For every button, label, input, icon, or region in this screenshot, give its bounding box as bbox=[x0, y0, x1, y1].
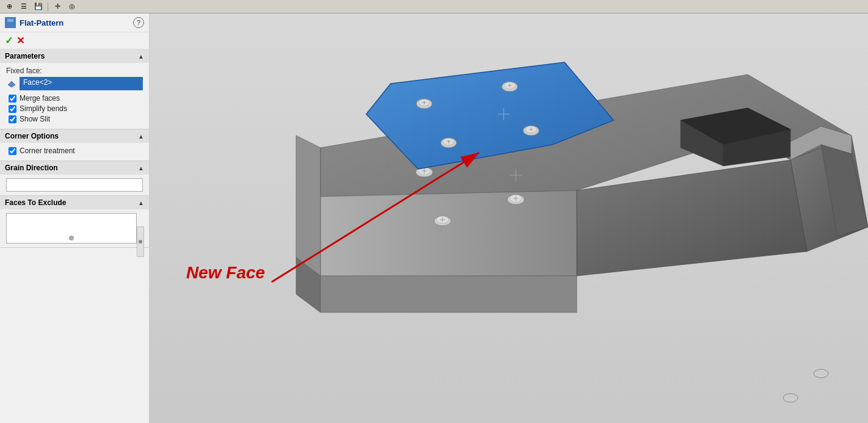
parameters-section-title: Parameters bbox=[5, 52, 45, 60]
grain-direction-content bbox=[0, 175, 149, 195]
corner-options-chevron-icon: ▲ bbox=[138, 133, 144, 140]
svg-point-33 bbox=[783, 394, 798, 402]
scrollbar[interactable] bbox=[137, 226, 144, 257]
fixed-face-input[interactable]: Face<2> bbox=[20, 77, 143, 90]
flat-pattern-icon bbox=[5, 17, 16, 28]
grain-direction-section-header[interactable]: Grain Direction ▲ bbox=[0, 161, 149, 175]
toolbar-btn-2[interactable]: ☰ bbox=[17, 1, 31, 12]
faces-to-exclude-box[interactable] bbox=[6, 213, 137, 244]
grain-direction-title: Grain Direction bbox=[5, 164, 58, 172]
merge-faces-checkbox[interactable] bbox=[9, 95, 16, 103]
faces-to-exclude-section-header[interactable]: Faces To Exclude ▲ bbox=[0, 196, 149, 209]
simplify-bends-checkbox[interactable] bbox=[9, 105, 16, 113]
faces-to-exclude-chevron-icon: ▲ bbox=[138, 200, 144, 206]
faces-to-exclude-content bbox=[0, 209, 149, 247]
fixed-face-label: Fixed face: bbox=[6, 67, 143, 75]
toolbar: ⊕ ☰ 💾 ✛ ◎ bbox=[0, 0, 868, 13]
faces-to-exclude-title: Faces To Exclude bbox=[5, 198, 66, 207]
parameters-content: Fixed face: Face<2> Merge faces Simplify… bbox=[0, 63, 149, 129]
corner-treatment-label: Corner treatment bbox=[20, 146, 75, 155]
svg-marker-6 bbox=[320, 190, 577, 276]
toolbar-btn-4[interactable]: ✛ bbox=[51, 1, 64, 12]
grain-direction-input[interactable] bbox=[6, 178, 143, 192]
show-slit-label: Show Slit bbox=[20, 115, 50, 123]
help-button[interactable]: ? bbox=[133, 17, 144, 28]
cancel-button[interactable]: ✕ bbox=[16, 35, 24, 46]
simplify-bends-row: Simplify bends bbox=[6, 104, 143, 113]
parameters-section: Parameters ▲ Fixed face: Face<2> Merge f… bbox=[0, 49, 149, 129]
show-slit-checkbox[interactable] bbox=[9, 115, 16, 123]
corner-options-section-header[interactable]: Corner Options ▲ bbox=[0, 129, 149, 143]
faces-to-exclude-section: Faces To Exclude ▲ bbox=[0, 196, 149, 248]
fixed-face-row: Face<2> bbox=[6, 77, 143, 90]
svg-marker-2 bbox=[8, 81, 15, 87]
svg-point-32 bbox=[814, 369, 828, 378]
toolbar-btn-5[interactable]: ◎ bbox=[65, 1, 79, 12]
corner-treatment-row: Corner treatment bbox=[6, 146, 143, 155]
svg-rect-1 bbox=[7, 19, 13, 22]
corner-treatment-checkbox[interactable] bbox=[9, 147, 16, 155]
merge-faces-row: Merge faces bbox=[6, 94, 143, 103]
panel-title-row: Flat-Pattern bbox=[5, 17, 63, 28]
action-row: ✓ ✕ bbox=[0, 32, 149, 49]
panel-header: Flat-Pattern ? bbox=[0, 13, 149, 32]
scrollbar-thumb bbox=[139, 240, 142, 244]
simplify-bends-label: Simplify bends bbox=[20, 104, 67, 113]
toolbar-separator bbox=[48, 2, 48, 11]
grain-direction-chevron-icon: ▲ bbox=[138, 165, 144, 172]
merge-faces-label: Merge faces bbox=[20, 94, 60, 103]
scene-container: New Face bbox=[150, 13, 868, 423]
panel-title: Flat-Pattern bbox=[20, 18, 63, 27]
new-face-label: New Face bbox=[186, 263, 265, 283]
grain-direction-section: Grain Direction ▲ bbox=[0, 161, 149, 196]
left-panel: Flat-Pattern ? ✓ ✕ Parameters ▲ Fixed fa… bbox=[0, 13, 150, 423]
corner-options-title: Corner Options bbox=[5, 132, 59, 140]
face-icon bbox=[6, 78, 17, 89]
show-slit-row: Show Slit bbox=[6, 115, 143, 123]
scene-svg bbox=[150, 13, 868, 423]
corner-options-section: Corner Options ▲ Corner treatment bbox=[0, 129, 149, 161]
toolbar-btn-3[interactable]: 💾 bbox=[32, 1, 45, 12]
toolbar-btn-1[interactable]: ⊕ bbox=[2, 1, 16, 12]
parameters-chevron-icon: ▲ bbox=[138, 53, 144, 60]
corner-options-content: Corner treatment bbox=[0, 143, 149, 161]
svg-marker-15 bbox=[320, 276, 577, 313]
scroll-indicator bbox=[69, 236, 74, 240]
confirm-button[interactable]: ✓ bbox=[5, 35, 13, 46]
parameters-section-header[interactable]: Parameters ▲ bbox=[0, 49, 149, 63]
main-view: New Face bbox=[150, 13, 868, 423]
